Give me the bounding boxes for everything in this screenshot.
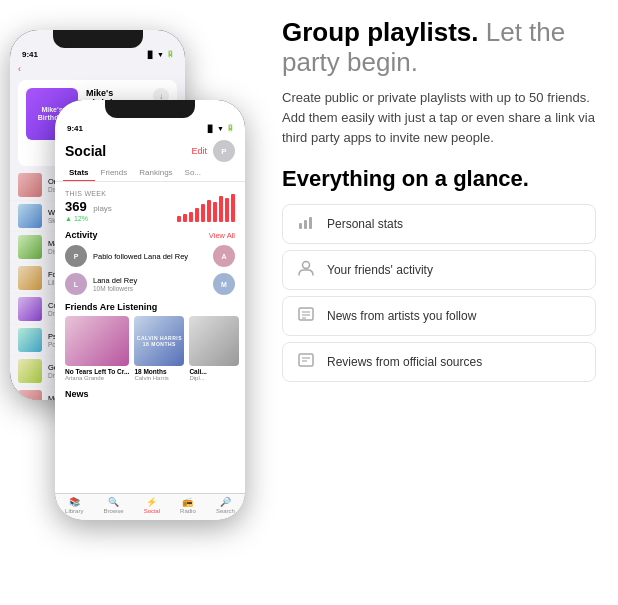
top-section: Group playlists. Let the party begin. Cr…	[282, 18, 596, 148]
up-arrow-icon: ▲	[65, 215, 72, 222]
bar-chart	[177, 200, 235, 222]
plays-row: 369 plays ▲ 12%	[65, 197, 235, 222]
time-back: 9:41	[22, 50, 38, 59]
tab-radio-front[interactable]: 📻 Radio	[180, 498, 196, 514]
status-icons-back: ▐▌ ▼ 🔋	[145, 50, 175, 58]
percent-badge: ▲ 12%	[65, 215, 112, 222]
feature-list: Personal stats Your friends' activity	[282, 204, 596, 382]
battery-icon: 🔋	[166, 50, 175, 58]
activity-item-1: P Pablo followed Lana del Rey A	[55, 242, 245, 270]
activity-avatar-1: P	[65, 245, 87, 267]
this-week-section: THIS WEEK 369 plays ▲ 12%	[55, 186, 245, 226]
library-icon-front: 📚	[69, 498, 80, 507]
album-card-3[interactable]: Cali... Dipl...	[189, 316, 239, 381]
this-week-label: THIS WEEK	[65, 190, 235, 197]
segment-friends[interactable]: Friends	[95, 164, 134, 181]
percent-value: 12%	[74, 215, 88, 222]
plays-word: plays	[93, 204, 112, 213]
segment-rankings[interactable]: Rankings	[133, 164, 178, 181]
segment-more[interactable]: So...	[179, 164, 207, 181]
phone-front: 9:41 ▐▌ ▼ 🔋 Social Edit P Stats Friends	[55, 100, 245, 520]
browse-icon-front: 🔍	[108, 498, 119, 507]
segment-stats[interactable]: Stats	[63, 164, 95, 181]
svg-rect-0	[299, 223, 302, 229]
social-header-right: Edit P	[191, 140, 235, 162]
tab-bar-front: 📚 Library 🔍 Browse ⚡ Social 📻 Radio 🔎	[55, 493, 245, 520]
phone-back-notch	[53, 30, 143, 48]
segment-control: Stats Friends Rankings So...	[55, 164, 245, 182]
tab-library-front[interactable]: 📚 Library	[65, 498, 83, 514]
album-card-2[interactable]: CALVIN HARRIS18 MONTHS 18 Months Calvin …	[134, 316, 184, 381]
plays-count: 369	[65, 199, 87, 214]
social-icon-front: ⚡	[146, 498, 157, 507]
svg-rect-8	[299, 354, 313, 366]
bar-3	[189, 212, 193, 222]
bar-9	[225, 198, 229, 222]
bar-1	[177, 216, 181, 222]
friends-title: Friends Are Listening	[65, 302, 235, 312]
activity-title: Activity	[65, 230, 98, 240]
song-art-1	[18, 173, 42, 197]
headline-bold: Group playlists.	[282, 17, 479, 47]
album-name-2: 18 Months	[134, 368, 184, 375]
left-panel: 9:41 ▐▌ ▼ 🔋 ‹ Mike's Birthday Mike's Bir…	[0, 0, 260, 605]
bar-6	[207, 200, 211, 222]
back-icon[interactable]: ‹	[18, 64, 21, 74]
wifi-icon-front: ▼	[217, 125, 224, 132]
phone-front-screen: 9:41 ▐▌ ▼ 🔋 Social Edit P Stats Friends	[55, 100, 245, 520]
song-art-5	[18, 297, 42, 321]
album-art-1	[65, 316, 129, 366]
friends-albums: No Tears Left To Cr... Ariana Grande CAL…	[65, 316, 235, 381]
song-art-2	[18, 204, 42, 228]
feature-friends-activity: Your friends' activity	[282, 250, 596, 290]
feature-personal-stats: Personal stats	[282, 204, 596, 244]
activity-desc-2: Lana del Rey	[93, 276, 207, 285]
glance-title: Everything on a glance.	[282, 166, 596, 191]
activity-desc-1: Pablo followed Lana del Rey	[93, 252, 207, 261]
album-artist-3: Dipl...	[189, 375, 239, 381]
tab-browse-front[interactable]: 🔍 Browse	[104, 498, 124, 514]
friends-activity-icon	[295, 259, 317, 281]
view-all-button[interactable]: View All	[209, 231, 235, 240]
status-bar-front: 9:41 ▐▌ ▼ 🔋	[55, 120, 245, 136]
album-card-1[interactable]: No Tears Left To Cr... Ariana Grande	[65, 316, 129, 381]
plays-info: 369 plays ▲ 12%	[65, 197, 112, 222]
song-art-4	[18, 266, 42, 290]
song-art-3	[18, 235, 42, 259]
album-name-1: No Tears Left To Cr...	[65, 368, 129, 375]
album-artist-2: Calvin Harris	[134, 375, 184, 381]
album-art-2: CALVIN HARRIS18 MONTHS	[134, 316, 184, 366]
tab-social-front[interactable]: ⚡ Social	[144, 498, 160, 514]
glance-section: Everything on a glance. Personal stats	[282, 166, 596, 587]
edit-button[interactable]: Edit	[191, 146, 207, 156]
artist-news-icon	[295, 305, 317, 327]
user-avatar: P	[213, 140, 235, 162]
feature-label-2: Your friends' activity	[327, 263, 433, 277]
tab-search-front[interactable]: 🔎 Search	[216, 498, 235, 514]
bar-2	[183, 214, 187, 222]
song-art-8	[18, 390, 42, 401]
activity-item-2: L Lana del Rey 10M followers M	[55, 270, 245, 298]
radio-icon-front: 📻	[182, 498, 193, 507]
main-headline: Group playlists. Let the party begin.	[282, 18, 596, 78]
feature-artist-news: News from artists you follow	[282, 296, 596, 336]
svg-rect-2	[309, 217, 312, 229]
phone-front-notch	[105, 100, 195, 118]
social-title: Social	[65, 143, 106, 159]
social-header: Social Edit P	[55, 136, 245, 164]
activity-sub-2: 10M followers	[93, 285, 207, 292]
feature-label-3: News from artists you follow	[327, 309, 476, 323]
activity-text-1: Pablo followed Lana del Rey	[93, 252, 207, 261]
album-art-3	[189, 316, 239, 366]
feature-label-1: Personal stats	[327, 217, 403, 231]
song-art-6	[18, 328, 42, 352]
signal-icon-front: ▐▌	[205, 125, 215, 132]
time-front: 9:41	[67, 124, 83, 133]
bar-10	[231, 194, 235, 222]
battery-icon-front: 🔋	[226, 124, 235, 132]
signal-icon: ▐▌	[145, 51, 155, 58]
status-bar-back: 9:41 ▐▌ ▼ 🔋	[10, 46, 185, 62]
bar-4	[195, 208, 199, 222]
feature-reviews: Reviews from official sources	[282, 342, 596, 382]
album-artist-1: Ariana Grande	[65, 375, 129, 381]
